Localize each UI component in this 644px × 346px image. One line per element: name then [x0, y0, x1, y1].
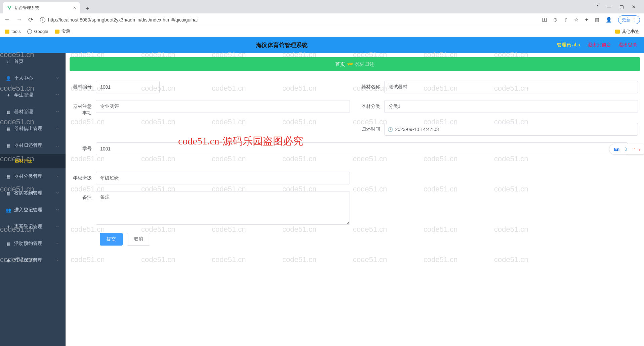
label-notice: 器材注意事项 [72, 100, 96, 116]
to-front-link[interactable]: 退出到前台 [588, 42, 611, 48]
header-right: 管理员 abo 退出到前台 退出登录 [557, 42, 637, 48]
sidebar-item-team[interactable]: ▦校队签到管理﹀ [0, 185, 66, 202]
remark-textarea[interactable] [96, 191, 350, 225]
chevron-down-icon: ﹀ [56, 208, 59, 213]
chevron-down-icon: ﹀ [56, 241, 59, 246]
sidebar-item-reserve[interactable]: ▦活动预约管理﹀ [0, 235, 66, 252]
plane-icon: ✈ [6, 224, 11, 229]
box-icon: ▦ [6, 126, 11, 131]
tab-title: 后台管理系统 [15, 5, 39, 11]
label-remark: 备注 [72, 191, 96, 201]
home-icon: ⌂ [6, 59, 11, 64]
bookmarks-bar: tools Google 宝藏 其他书签 [0, 26, 644, 37]
user-icon: 👤 [6, 76, 11, 81]
address-bar: ← → ⟳ i http://localhost:8080/springboot… [0, 13, 644, 26]
box-icon: ▦ [6, 110, 11, 115]
notice-input[interactable] [96, 100, 350, 113]
submit-button[interactable]: 提交 [100, 233, 123, 246]
chevron-down-icon: ﹀ [56, 191, 59, 196]
chevron-down-icon: ﹀ [56, 174, 59, 179]
breadcrumb-current: 器材归还 [354, 61, 374, 68]
minimize-icon[interactable]: ― [607, 4, 611, 9]
sidebar-item-category[interactable]: ▦器材分类管理﹀ [0, 168, 66, 185]
equip-no-input[interactable] [96, 81, 160, 93]
sidebar-item-light[interactable]: ◆灯光保修管理﹀ [0, 252, 66, 269]
key-icon[interactable]: ⚿ [542, 17, 547, 23]
panel-icon[interactable]: ▥ [595, 17, 600, 23]
close-icon[interactable]: × [73, 5, 76, 10]
expand-icon[interactable]: › [639, 147, 640, 152]
chevron-down-icon[interactable]: ˅ [596, 4, 599, 9]
return-time-input[interactable] [384, 123, 638, 136]
label-student-no: 学号 [72, 142, 96, 152]
sidebar-item-lend[interactable]: ▦器材借出管理﹀ [0, 120, 66, 137]
folder-icon [615, 30, 620, 34]
breadcrumb-home[interactable]: 首页 [335, 61, 345, 68]
chevron-down-icon: ﹀ [56, 93, 59, 98]
search-lens-icon[interactable]: ⊙ [553, 17, 558, 23]
close-window-icon[interactable]: ✕ [632, 4, 636, 9]
url-box[interactable]: i http://localhost:8080/springboot2yx3h/… [37, 17, 538, 23]
sidebar-item-personal[interactable]: 👤个人中心﹀ [0, 70, 66, 87]
profile-icon[interactable]: 👤 [606, 17, 612, 23]
system-title: 海滨体育馆管理系统 [7, 41, 557, 49]
label-grade: 年级班级 [72, 172, 96, 181]
bookmark-google[interactable]: Google [27, 29, 48, 34]
sidebar-item-student[interactable]: ✈学生管理﹀ [0, 87, 66, 103]
sidebar-item-return[interactable]: ▦器材归还管理︿ [0, 137, 66, 154]
form-panel: 器材编号 器材名称 器材注意事项 器材分类 [70, 77, 640, 249]
logout-link[interactable]: 退出登录 [618, 42, 637, 48]
chevron-down-icon: ﹀ [56, 110, 59, 115]
new-tab-button[interactable]: + [83, 4, 92, 13]
sidebar-item-equipment[interactable]: ▦器材管理﹀ [0, 103, 66, 120]
moon-icon[interactable]: ☽ [623, 147, 628, 152]
globe-icon [27, 29, 32, 34]
cancel-button[interactable]: 取消 [127, 233, 150, 246]
sidebar-item-leave[interactable]: ✈离开登记管理﹀ [0, 218, 66, 235]
extensions-icon[interactable]: ✦ [585, 17, 589, 23]
box-icon: ▦ [6, 191, 11, 196]
maximize-icon[interactable]: ▢ [619, 4, 624, 9]
label-category: 器材分类 [360, 100, 384, 110]
chevron-down-icon: ﹀ [56, 126, 59, 131]
hearts-icon: ♥♥♥ [347, 62, 352, 67]
equip-name-input[interactable] [384, 81, 638, 93]
box-icon: ▦ [6, 143, 11, 148]
app-header: 海滨体育馆管理系统 管理员 abo 退出到前台 退出登录 [0, 37, 644, 53]
quote-icon[interactable]: ‘ ’ [632, 147, 635, 152]
address-bar-icons: ⚿ ⊙ ⇪ ☆ ✦ ▥ 👤 更新 ⋮ [542, 15, 640, 24]
url-text: http://localhost:8080/springboot2yx3h/ad… [48, 17, 198, 23]
bookmark-tools[interactable]: tools [5, 29, 21, 34]
category-input[interactable] [384, 100, 638, 113]
sidebar-item-enter[interactable]: 👥进入登记管理﹀ [0, 202, 66, 218]
update-button[interactable]: 更新 ⋮ [618, 15, 640, 24]
bookmark-baozang[interactable]: 宝藏 [55, 29, 70, 35]
share-icon[interactable]: ⇪ [564, 17, 568, 23]
ime-toolbar[interactable]: En ☽ ‘ ’ › [609, 144, 644, 155]
app-body: ⌂首页 👤个人中心﹀ ✈学生管理﹀ ▦器材管理﹀ ▦器材借出管理﹀ ▦器材归还管… [0, 53, 644, 346]
ime-lang[interactable]: En [614, 147, 620, 152]
back-icon[interactable]: ← [4, 16, 10, 24]
grade-input[interactable] [96, 172, 350, 184]
reload-icon[interactable]: ⟳ [28, 16, 33, 24]
chevron-down-icon: ﹀ [56, 76, 59, 81]
box-icon: ▦ [6, 174, 11, 179]
chevron-up-icon: ︿ [56, 143, 59, 148]
label-return-time: 归还时间 [360, 123, 384, 133]
vue-icon [7, 5, 12, 10]
student-no-input[interactable] [96, 142, 628, 155]
calendar-icon: ▦ [6, 241, 11, 246]
label-equip-name: 器材名称 [360, 81, 384, 90]
bulb-icon: ◆ [6, 258, 11, 263]
site-info-icon[interactable]: i [40, 17, 45, 23]
bookmark-icon[interactable]: ☆ [574, 17, 578, 23]
folder-icon [55, 30, 59, 34]
user-plus-icon: 👥 [6, 208, 11, 213]
label-equip-no: 器材编号 [72, 81, 96, 90]
sidebar-subitem-return[interactable]: 器材归还 [0, 154, 66, 168]
sidebar-item-home[interactable]: ⌂首页 [0, 53, 66, 70]
bookmark-other[interactable]: 其他书签 [615, 29, 639, 35]
browser-tab[interactable]: 后台管理系统 × [3, 2, 80, 13]
chevron-down-icon: ﹀ [56, 258, 59, 263]
chevron-down-icon: ﹀ [56, 224, 59, 229]
